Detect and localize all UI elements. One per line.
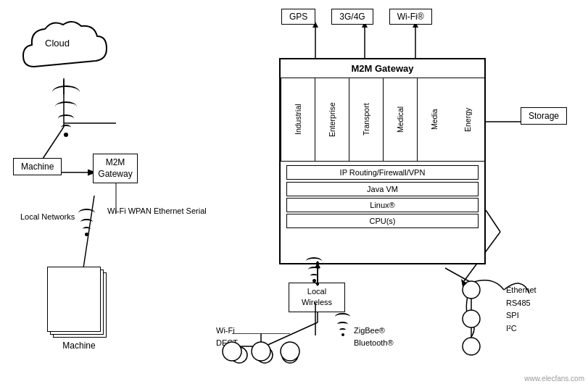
vertical-labels-row: Industrial Enterprise Transport Medical …	[281, 78, 484, 162]
vertical-label-medical: Medical	[383, 78, 417, 161]
3g4g-box: 3G/4G	[331, 9, 373, 25]
vertical-label-transport: Transport	[349, 78, 383, 161]
storage-box: Storage	[521, 107, 567, 125]
machine-box-left: Machine	[13, 158, 62, 175]
linux-box: Linux®	[286, 198, 479, 212]
svg-marker-29	[461, 279, 467, 287]
svg-point-24	[463, 338, 480, 355]
zigbee-bluetooth-label: ZigBee®Bluetooth®	[354, 325, 394, 348]
svg-line-21	[445, 268, 471, 283]
svg-point-22	[463, 281, 480, 299]
svg-point-37	[252, 342, 270, 361]
cloud-icon	[16, 16, 110, 81]
vertical-label-energy: Energy	[451, 78, 484, 161]
local-networks-label: Local Networks	[20, 212, 75, 222]
ip-routing-box: IP Routing/Firewall/VPN	[286, 165, 479, 180]
m2m-gateway-left-label: M2MGateway	[98, 157, 132, 179]
cloud-wifi-signal	[52, 85, 80, 137]
svg-marker-45	[315, 283, 319, 286]
machine-stack: Machine	[47, 267, 111, 351]
svg-point-38	[281, 342, 299, 361]
svg-marker-44	[315, 261, 319, 264]
cpu-box: CPU(s)	[286, 214, 479, 228]
wifi-wpan-label: Wi-Fi WPAN Ethernet Serial	[107, 205, 207, 217]
watermark: www.elecfans.com	[524, 375, 584, 383]
local-wireless-down-line	[314, 303, 318, 335]
cloud-label: Cloud	[45, 38, 70, 49]
top-boxes-row: GPS 3G/4G Wi-Fi®	[281, 9, 432, 25]
vertical-label-media: Media	[417, 78, 451, 161]
wifi-top-box: Wi-Fi®	[389, 9, 432, 25]
svg-point-36	[223, 342, 241, 361]
ethernet-label: EthernetRS485SPII²C	[506, 284, 537, 335]
gateway-outer-box: M2M Gateway Industrial Enterprise Transp…	[279, 58, 486, 264]
machine-stack-label: Machine	[47, 341, 111, 351]
svg-line-27	[486, 210, 500, 232]
local-wireless-devices-svg	[207, 333, 352, 377]
diagram-container: Cloud Machine M2MGateway Local Networks …	[0, 0, 588, 384]
m2m-wifi-signal	[78, 209, 95, 236]
gateway-bottom-connections	[283, 261, 319, 286]
vertical-label-enterprise: Enterprise	[315, 78, 349, 161]
gps-box: GPS	[281, 9, 315, 25]
java-vm-box: Java VM	[286, 182, 479, 196]
gateway-title: M2M Gateway	[281, 59, 484, 78]
vertical-label-industrial: Industrial	[281, 78, 315, 161]
svg-point-23	[463, 310, 480, 327]
m2m-gateway-box-left: M2MGateway	[93, 154, 138, 183]
